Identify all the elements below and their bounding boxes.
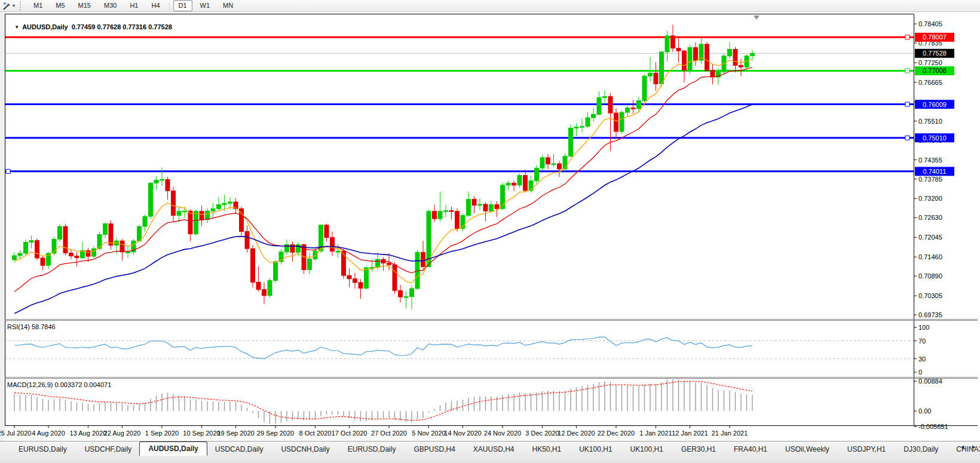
chart-tab-uk100-h1[interactable]: UK100,H1 — [571, 443, 620, 456]
chart-tab-hk50-h1[interactable]: HK50,H1 — [525, 443, 569, 456]
svg-text:1 Jan 2021: 1 Jan 2021 — [639, 430, 672, 437]
svg-text:22 Aug 2020: 22 Aug 2020 — [104, 430, 141, 437]
svg-text:10 Sep 2020: 10 Sep 2020 — [183, 430, 220, 437]
chart-tab-usdcnh-daily[interactable]: USDCNH,Daily — [273, 443, 337, 456]
svg-text:0.74355: 0.74355 — [918, 157, 942, 164]
chart-tab-eurusd-daily[interactable]: EURUSD,Daily — [11, 443, 75, 456]
timeframe-button-h1[interactable]: H1 — [124, 0, 143, 11]
svg-text:0.77008: 0.77008 — [923, 67, 947, 74]
tab-scroll-left-icon[interactable]: ◄ — [960, 444, 965, 450]
chart-tab-dj30-daily[interactable]: DJ30,Daily — [896, 443, 946, 456]
svg-text:0.77250: 0.77250 — [918, 59, 942, 66]
level-handle[interactable] — [905, 102, 909, 106]
timeframe-button-h4[interactable]: H4 — [146, 0, 165, 11]
svg-text:0.78405: 0.78405 — [918, 20, 942, 27]
chart-tab-gbpusd-h4[interactable]: GBPUSD,H4 — [406, 443, 463, 456]
svg-text:0.69735: 0.69735 — [918, 311, 942, 318]
svg-text:3 Dec 2020: 3 Dec 2020 — [525, 430, 559, 437]
svg-text:100: 100 — [918, 324, 929, 331]
tab-scroll-right-icon[interactable]: ► — [971, 444, 976, 450]
timeframe-button-m1[interactable]: M1 — [28, 0, 48, 11]
chart-tab-usdchf-daily[interactable]: USDCHF,Daily — [77, 443, 140, 456]
rsi-indicator-label: RSI(14) 58.7846 — [7, 323, 56, 330]
svg-text:0.75010: 0.75010 — [923, 134, 947, 142]
chart-symbol-period: AUDUSD,Daily — [22, 23, 68, 30]
svg-text:0.78007: 0.78007 — [923, 33, 947, 41]
svg-text:30: 30 — [918, 355, 926, 363]
chevron-down-icon[interactable]: ▾ — [13, 3, 15, 8]
svg-text:0.76009: 0.76009 — [923, 101, 947, 108]
svg-text:1 Sep 2020: 1 Sep 2020 — [145, 430, 179, 437]
chart-window[interactable]: 0.784050.778350.772500.766650.760800.755… — [0, 12, 980, 441]
svg-text:0.72630: 0.72630 — [918, 214, 942, 221]
timeframe-button-d1[interactable]: D1 — [173, 0, 192, 11]
chart-tab-xauusd-h4[interactable]: XAUUSD,H4 — [466, 443, 522, 456]
svg-text:13 Aug 2020: 13 Aug 2020 — [70, 430, 107, 437]
svg-text:4 Aug 2020: 4 Aug 2020 — [32, 430, 65, 437]
svg-text:0.70890: 0.70890 — [918, 272, 942, 280]
timeframe-button-m5[interactable]: M5 — [50, 0, 70, 11]
toolbar-grip — [20, 2, 23, 10]
svg-text:24 Nov 2020: 24 Nov 2020 — [484, 430, 521, 437]
chart-tab-bar: EURUSD,DailyUSDCHF,DailyAUDUSD,DailyUSDC… — [0, 441, 980, 463]
crosshair-cursor-icon — [3, 2, 11, 10]
svg-text:0.73785: 0.73785 — [918, 176, 942, 183]
chart-tabs: EURUSD,DailyUSDCHF,DailyAUDUSD,DailyUSDC… — [0, 441, 980, 456]
collapse-icon[interactable]: ▼ — [14, 24, 19, 30]
svg-text:5 Nov 2020: 5 Nov 2020 — [412, 430, 445, 437]
chart-title: ▼AUDUSD,Daily 0.77459 0.77628 0.77316 0.… — [7, 16, 172, 38]
level-handle[interactable] — [6, 169, 10, 173]
svg-text:0.77528: 0.77528 — [923, 50, 947, 57]
svg-text:70: 70 — [918, 338, 926, 345]
svg-text:0.76665: 0.76665 — [918, 79, 942, 86]
level-handle[interactable] — [905, 69, 909, 73]
chart-tab-eurusd-daily[interactable]: EURUSD,Daily — [340, 443, 404, 456]
svg-text:14 Nov 2020: 14 Nov 2020 — [444, 430, 481, 437]
chart-tab-usoil-weekly[interactable]: USOil,Weekly — [777, 443, 837, 456]
svg-text:29 Sep 2020: 29 Sep 2020 — [257, 430, 294, 437]
chart-tab-usdjpy-h1[interactable]: USDJPY,H1 — [840, 443, 893, 456]
svg-text:0.00: 0.00 — [918, 407, 931, 415]
chart-tab-usdcad-daily[interactable]: USDCAD,Daily — [207, 443, 271, 456]
svg-text:25 Jul 2020: 25 Jul 2020 — [0, 430, 31, 437]
svg-text:12 Jan 2021: 12 Jan 2021 — [672, 430, 708, 437]
timeframe-button-mn[interactable]: MN — [218, 0, 238, 11]
level-handle[interactable] — [905, 136, 909, 140]
svg-text:12 Dec 2020: 12 Dec 2020 — [558, 430, 595, 437]
chart-tab-fra40-h1[interactable]: FRA40,H1 — [726, 443, 775, 456]
level-handle[interactable] — [905, 35, 909, 39]
timeframe-button-m30[interactable]: M30 — [99, 0, 122, 11]
svg-text:0.71460: 0.71460 — [918, 253, 942, 260]
svg-text:0.75510: 0.75510 — [918, 118, 942, 125]
chart-tab-uk100-h1[interactable]: UK100,H1 — [623, 443, 671, 456]
svg-text:19 Sep 2020: 19 Sep 2020 — [217, 430, 254, 437]
svg-text:0: 0 — [918, 369, 922, 376]
timeframe-buttons: M1M5M15M30H1H4D1W1MN — [27, 0, 240, 11]
price-chart-canvas[interactable]: 0.784050.778350.772500.766650.760800.755… — [0, 12, 980, 441]
macd-indicator-label: MACD(12,26,9) 0.003372 0.004071 — [7, 381, 111, 388]
svg-text:0.70305: 0.70305 — [918, 292, 942, 299]
chart-tools-icon[interactable] — [2, 1, 13, 11]
chart-tab-audusd-daily[interactable]: AUDUSD,Daily — [139, 441, 207, 456]
timeframe-toolbar: ▾ M1M5M15M30H1H4D1W1MN — [0, 0, 980, 12]
chart-tab-ger30-h1[interactable]: GER30,H1 — [673, 443, 724, 456]
svg-text:17 Oct 2020: 17 Oct 2020 — [332, 430, 368, 437]
svg-text:22 Dec 2020: 22 Dec 2020 — [598, 430, 635, 437]
timeframe-button-w1[interactable]: W1 — [195, 0, 216, 11]
svg-text:27 Oct 2020: 27 Oct 2020 — [371, 430, 407, 437]
svg-text:-0.005651: -0.005651 — [918, 423, 948, 430]
svg-text:0.74011: 0.74011 — [923, 168, 947, 175]
svg-text:0.72045: 0.72045 — [918, 234, 942, 241]
svg-text:8 Oct 2020: 8 Oct 2020 — [299, 430, 332, 437]
toolbar-separator — [169, 2, 170, 10]
svg-text:21 Jan 2021: 21 Jan 2021 — [712, 430, 748, 437]
chart-ohlc-values: 0.77459 0.77628 0.77316 0.77528 — [72, 23, 172, 30]
svg-text:0.73200: 0.73200 — [918, 195, 942, 202]
timeframe-button-m15[interactable]: M15 — [73, 0, 96, 11]
